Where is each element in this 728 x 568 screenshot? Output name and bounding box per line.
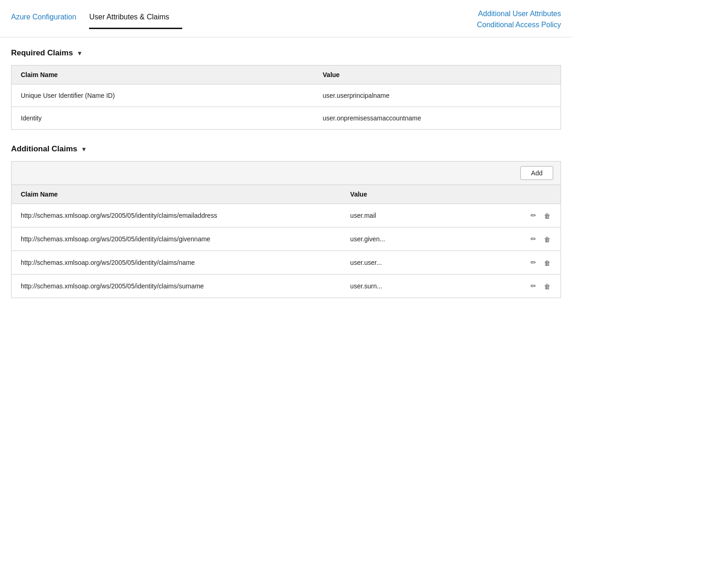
add-claim-button[interactable]: Add (520, 166, 553, 180)
pencil-icon (531, 258, 537, 266)
required-claim-value-1: user.onpremisessamaccountname (314, 107, 561, 130)
required-claim-name-0: Unique User Identifier (Name ID) (12, 84, 314, 107)
nav-additional-user-attributes[interactable]: Additional User Attributes (478, 8, 561, 19)
additional-claims-table: Add Claim Name Value http://schemas.xmls… (11, 161, 561, 298)
additional-claims-col-actions (478, 185, 561, 204)
additional-claim-name-2: http://schemas.xmlsoap.org/ws/2005/05/id… (12, 251, 341, 275)
additional-claims-label: Additional Claims (11, 144, 78, 154)
additional-claims-col-name: Claim Name (12, 185, 341, 204)
additional-claim-actions-1 (478, 227, 561, 251)
nav-azure-config[interactable]: Azure Configuration (11, 8, 89, 28)
trash-icon (544, 259, 550, 267)
required-claims-table: Claim Name Value Unique User Identifier … (11, 65, 561, 130)
pencil-icon (531, 211, 537, 219)
table-row: http://schemas.xmlsoap.org/ws/2005/05/id… (12, 251, 561, 275)
additional-claim-name-0: http://schemas.xmlsoap.org/ws/2005/05/id… (12, 204, 341, 227)
delete-claim-button-0[interactable] (543, 211, 551, 221)
additional-claim-value-3: user.surn... (341, 275, 478, 298)
trash-icon (544, 235, 550, 243)
additional-claims-toolbar: Add (12, 161, 561, 185)
required-claims-col-name: Claim Name (12, 66, 314, 84)
delete-claim-button-1[interactable] (543, 234, 551, 244)
table-row: Unique User Identifier (Name ID) user.us… (12, 84, 561, 107)
delete-claim-button-3[interactable] (543, 281, 551, 291)
table-row: http://schemas.xmlsoap.org/ws/2005/05/id… (12, 227, 561, 251)
required-claim-value-0: user.userprincipalname (314, 84, 561, 107)
edit-claim-button-1[interactable] (530, 234, 537, 244)
additional-claim-value-0: user.mail (341, 204, 478, 227)
additional-claim-value-1: user.given... (341, 227, 478, 251)
pencil-icon (531, 235, 537, 243)
edit-claim-button-2[interactable] (530, 257, 537, 268)
top-nav: Azure Configuration User Attributes & Cl… (0, 0, 572, 37)
required-claims-col-value: Value (314, 66, 561, 84)
required-claim-name-1: Identity (12, 107, 314, 130)
additional-claims-chevron: ▼ (81, 146, 87, 153)
nav-user-attributes[interactable]: User Attributes & Claims (89, 8, 182, 29)
required-claims-heading[interactable]: Required Claims ▼ (11, 48, 561, 58)
additional-claim-value-2: user.user... (341, 251, 478, 275)
trash-icon (544, 282, 550, 290)
additional-claims-heading[interactable]: Additional Claims ▼ (11, 144, 561, 154)
additional-claim-actions-0 (478, 204, 561, 227)
table-row: http://schemas.xmlsoap.org/ws/2005/05/id… (12, 204, 561, 227)
additional-claims-col-value: Value (341, 185, 478, 204)
pencil-icon (531, 282, 537, 290)
main-content: Required Claims ▼ Claim Name Value Uniqu… (0, 37, 572, 309)
nav-right-links: Additional User Attributes Conditional A… (477, 8, 561, 37)
edit-claim-button-0[interactable] (530, 210, 537, 221)
table-row: Identity user.onpremisessamaccountname (12, 107, 561, 130)
required-claims-chevron: ▼ (77, 50, 83, 57)
edit-claim-button-3[interactable] (530, 281, 537, 291)
required-claims-label: Required Claims (11, 48, 73, 58)
delete-claim-button-2[interactable] (543, 258, 551, 268)
nav-conditional-access-policy[interactable]: Conditional Access Policy (477, 19, 561, 30)
table-row: http://schemas.xmlsoap.org/ws/2005/05/id… (12, 275, 561, 298)
additional-claim-name-1: http://schemas.xmlsoap.org/ws/2005/05/id… (12, 227, 341, 251)
additional-claim-name-3: http://schemas.xmlsoap.org/ws/2005/05/id… (12, 275, 341, 298)
additional-claim-actions-3 (478, 275, 561, 298)
additional-claim-actions-2 (478, 251, 561, 275)
trash-icon (544, 212, 550, 220)
